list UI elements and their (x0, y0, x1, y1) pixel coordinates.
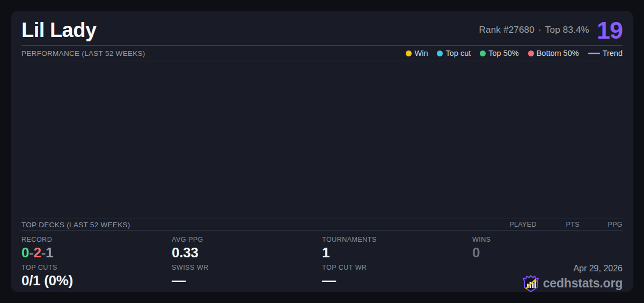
stat-top-cuts-value: 0/1 (0%) (21, 273, 172, 289)
stat-tournaments: TOURNAMENTS 1 (322, 236, 472, 261)
stat-tournaments-label: TOURNAMENTS (322, 236, 472, 243)
rank-separator: · (538, 25, 541, 35)
stat-avg-ppg: AVG PPG 0.33 (172, 236, 322, 261)
record-separator: - (41, 244, 46, 261)
stat-swiss-wr-value: — (172, 273, 322, 289)
top-percent-text: Top 83.4% (545, 25, 589, 35)
stat-top-cuts-label: TOP CUTS (21, 264, 172, 271)
cedhstats-logo-icon (523, 275, 539, 292)
trend-line-icon (588, 53, 600, 54)
legend-label-bottom-50: Bottom 50% (537, 49, 579, 57)
card-header: Lil Lady Rank #27680·Top 83.4% 19 (21, 11, 623, 46)
rank-text: Rank #27680 (479, 25, 535, 35)
win-dot-icon (406, 50, 412, 56)
stat-top-cut-wr-value: — (322, 273, 472, 289)
top-cut-dot-icon (437, 50, 443, 56)
top-50-dot-icon (480, 50, 486, 56)
stat-wins-label: WINS (472, 236, 623, 243)
stat-wins: WINS 0 (472, 236, 623, 261)
top-decks-header-row: TOP DECKS (LAST 52 WEEKS) PLAYED PTS PPG (21, 219, 623, 230)
chart-legend: Win Top cut Top 50% Bottom 50% Trend (406, 49, 623, 57)
stat-avg-ppg-value: 0.33 (172, 245, 322, 261)
performance-section-title: PERFORMANCE (LAST 52 WEEKS) (21, 49, 145, 57)
stat-top-cut-wr-label: TOP CUT WR (322, 264, 472, 271)
date-text: Apr 29, 2026 (573, 264, 623, 273)
rank-line: Rank #27680·Top 83.4% (479, 25, 589, 35)
record-losses: 2 (34, 244, 41, 261)
brand: cedhstats.org (523, 275, 623, 292)
bottom-50-dot-icon (528, 50, 534, 56)
record-separator: - (29, 244, 33, 261)
top-decks-columns: PLAYED PTS PPG (494, 221, 623, 228)
top-decks-section-title: TOP DECKS (LAST 52 WEEKS) (21, 221, 130, 229)
column-header-played: PLAYED (494, 221, 537, 228)
stat-top-cut-wr: TOP CUT WR — (322, 264, 472, 292)
legend-item-win: Win (406, 49, 428, 57)
legend-label-trend: Trend (603, 49, 623, 57)
header-rank-block: Rank #27680·Top 83.4% 19 (479, 18, 623, 42)
stat-avg-ppg-label: AVG PPG (172, 236, 322, 243)
performance-header-row: PERFORMANCE (LAST 52 WEEKS) Win Top cut … (21, 46, 623, 61)
stats-card: Lil Lady Rank #27680·Top 83.4% 19 PERFOR… (11, 11, 633, 292)
score-number: 19 (597, 18, 623, 42)
footer: Apr 29, 2026 cedhstats.org (472, 264, 623, 292)
stats-grid: RECORD 0-2-1 AVG PPG 0.33 TOURNAMENTS 1 … (21, 236, 623, 292)
legend-label-top-cut: Top cut (445, 49, 471, 57)
legend-label-top-50: Top 50% (488, 49, 518, 57)
legend-label-win: Win (414, 49, 428, 57)
stat-record-value: 0-2-1 (21, 245, 172, 261)
legend-item-trend: Trend (588, 49, 623, 57)
stat-swiss-wr-label: SWISS WR (172, 264, 322, 271)
stat-swiss-wr: SWISS WR — (172, 264, 322, 292)
legend-item-top-cut: Top cut (437, 49, 471, 57)
record-draws: 1 (46, 244, 53, 261)
stat-top-cuts: TOP CUTS 0/1 (0%) (21, 264, 172, 292)
stat-tournaments-value: 1 (322, 245, 472, 261)
column-header-pts: PTS (537, 221, 580, 228)
record-wins: 0 (21, 244, 29, 261)
legend-item-top-50: Top 50% (480, 49, 518, 57)
page-title: Lil Lady (21, 19, 97, 42)
performance-chart (21, 61, 623, 219)
brand-text: cedhstats.org (543, 276, 623, 291)
stat-record-label: RECORD (21, 236, 172, 243)
stat-wins-value: 0 (472, 245, 623, 261)
legend-item-bottom-50: Bottom 50% (528, 49, 579, 57)
column-header-ppg: PPG (580, 221, 623, 228)
stat-record: RECORD 0-2-1 (21, 236, 172, 261)
